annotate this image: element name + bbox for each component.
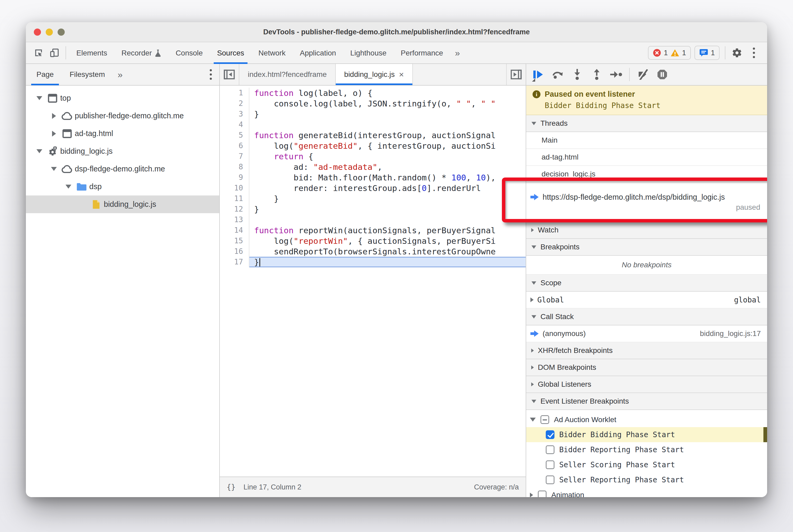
code-line-15[interactable]: 15 log("reportWin", { auctionSignals, pe… <box>220 235 526 246</box>
section-call-stack[interactable]: Call Stack <box>526 308 767 325</box>
line-number[interactable]: 9 <box>220 172 249 183</box>
tree-item-dsp[interactable]: dsp <box>26 178 219 195</box>
section-dom-breakpoints[interactable]: DOM Breakpoints <box>526 359 767 376</box>
line-number[interactable]: 3 <box>220 109 249 119</box>
tab-application[interactable]: Application <box>293 42 343 64</box>
tab-sources[interactable]: Sources <box>210 42 251 64</box>
tree-item-top[interactable]: top <box>26 89 219 107</box>
issues-badge[interactable]: 1 <box>695 46 720 60</box>
step-button[interactable] <box>606 65 626 84</box>
code-text[interactable]: ad: "ad-metadata", <box>249 162 526 172</box>
pretty-print-icon[interactable]: {} <box>227 483 235 492</box>
line-number[interactable]: 1 <box>220 88 249 98</box>
section-scope[interactable]: Scope <box>526 275 767 292</box>
thread-item-paused[interactable]: https://dsp-fledge-demo.glitch.me/dsp/bi… <box>526 183 767 222</box>
editor-tab-bidding-logic-js[interactable]: bidding_logic.js× <box>336 64 413 85</box>
checkbox-checked[interactable] <box>546 430 554 439</box>
call-stack-frame-row[interactable]: (anonymous) bidding_logic.js:17 <box>526 325 767 342</box>
collapse-triangle-icon[interactable] <box>530 418 536 422</box>
line-number[interactable]: 11 <box>220 193 249 204</box>
resume-script-button[interactable] <box>528 65 548 84</box>
code-text[interactable]: } <box>249 204 526 214</box>
expand-triangle-icon[interactable] <box>52 113 56 119</box>
code-text[interactable]: bid: Math.floor(Math.random() * 100, 10)… <box>249 172 526 183</box>
tab-console[interactable]: Console <box>169 42 210 64</box>
listener-item-seller-reporting-phase-start[interactable]: Seller Reporting Phase Start <box>526 472 767 487</box>
code-text[interactable] <box>249 214 526 225</box>
tab-elements[interactable]: Elements <box>69 42 114 64</box>
collapse-triangle-icon[interactable] <box>36 96 42 100</box>
hide-navigator-icon[interactable] <box>220 64 239 85</box>
code-text[interactable]: } <box>249 109 526 119</box>
show-debugger-sidebar-icon[interactable] <box>506 64 526 85</box>
errors-warnings-badge[interactable]: 1 1 <box>648 46 691 60</box>
collapse-triangle-icon[interactable] <box>65 185 71 189</box>
listener-item-ad-auction-worklet[interactable]: Ad Auction Worklet <box>526 412 767 427</box>
line-number[interactable]: 5 <box>220 130 249 140</box>
checkbox-unchecked[interactable] <box>546 475 554 484</box>
tree-item-bidding-logic-js[interactable]: bidding_logic.js <box>26 195 219 213</box>
code-line-12[interactable]: 12} <box>220 204 526 214</box>
code-text[interactable]: render: interestGroup.ads[0].renderUrl <box>249 183 526 193</box>
line-number[interactable]: 4 <box>220 119 249 130</box>
code-text[interactable]: log("reportWin", { auctionSignals, perBu… <box>249 235 526 246</box>
code-line-10[interactable]: 10 render: interestGroup.ads[0].renderUr… <box>220 183 526 193</box>
expand-triangle-icon[interactable] <box>52 131 56 137</box>
code-line-7[interactable]: 7 return { <box>220 151 526 162</box>
deactivate-breakpoints-button[interactable] <box>633 65 653 84</box>
section-watch[interactable]: Watch <box>526 222 767 239</box>
line-number[interactable]: 14 <box>220 225 249 235</box>
more-panels-chevron-icon[interactable]: » <box>450 48 465 58</box>
frame-location[interactable]: bidding_logic.js:17 <box>700 329 761 338</box>
step-out-button[interactable] <box>587 65 606 84</box>
code-text[interactable]: console.log(label, JSON.stringify(o, " "… <box>249 98 526 109</box>
code-line-17[interactable]: 17} <box>220 257 526 267</box>
line-number[interactable]: 8 <box>220 162 249 172</box>
line-number[interactable]: 2 <box>220 98 249 109</box>
tab-lighthouse[interactable]: Lighthouse <box>343 42 394 64</box>
code-text[interactable]: function reportWin(auctionSignals, perBu… <box>249 225 526 235</box>
navigator-kebab-menu-icon[interactable] <box>202 69 219 80</box>
section-xhr-breakpoints[interactable]: XHR/fetch Breakpoints <box>526 342 767 359</box>
code-line-6[interactable]: 6 log("generateBid", { interestGroup, au… <box>220 140 526 151</box>
code-line-16[interactable]: 16 sendReportTo(browserSignals.interestG… <box>220 246 526 257</box>
devtools-kebab-menu-icon[interactable] <box>745 48 762 58</box>
tree-item-ad-tag-html[interactable]: ad-tag.html <box>26 125 219 142</box>
close-window-button[interactable] <box>34 28 41 36</box>
tree-item-bidding-logic-js[interactable]: bidding_logic.js <box>26 142 219 160</box>
editor-tab-index-html-fencedframe[interactable]: index.html?fencedframe <box>239 64 336 85</box>
line-number[interactable]: 7 <box>220 151 249 162</box>
inspect-element-icon[interactable] <box>31 45 46 61</box>
section-global-listeners[interactable]: Global Listeners <box>526 376 767 393</box>
tab-performance[interactable]: Performance <box>394 42 450 64</box>
pause-on-exceptions-button[interactable] <box>653 65 672 84</box>
code-editor[interactable]: 1function log(label, o) {2 console.log(l… <box>220 86 526 477</box>
collapse-triangle-icon[interactable] <box>51 167 57 171</box>
code-text[interactable] <box>249 119 526 130</box>
code-text[interactable]: function generateBid(interestGroup, auct… <box>249 130 526 140</box>
checkbox-unchecked[interactable] <box>538 491 547 497</box>
listener-item-animation[interactable]: Animation <box>526 487 767 497</box>
line-number[interactable]: 13 <box>220 214 249 225</box>
code-line-5[interactable]: 5function generateBid(interestGroup, auc… <box>220 130 526 140</box>
line-number[interactable]: 17 <box>220 257 249 267</box>
line-number[interactable]: 6 <box>220 140 249 151</box>
zoom-window-button[interactable] <box>58 28 65 36</box>
device-toolbar-icon[interactable] <box>46 45 62 61</box>
code-line-2[interactable]: 2 console.log(label, JSON.stringify(o, "… <box>220 98 526 109</box>
code-line-13[interactable]: 13 <box>220 214 526 225</box>
code-text[interactable]: } <box>249 193 526 204</box>
tab-filesystem[interactable]: Filesystem <box>61 64 113 85</box>
code-text[interactable]: sendReportTo(browserSignals.interestGrou… <box>249 246 526 257</box>
code-line-11[interactable]: 11 } <box>220 193 526 204</box>
section-threads[interactable]: Threads <box>526 115 767 132</box>
code-line-1[interactable]: 1function log(label, o) { <box>220 88 526 98</box>
line-number[interactable]: 15 <box>220 235 249 246</box>
scope-global-row[interactable]: Global global <box>526 292 767 308</box>
thread-item-ad-tag-html[interactable]: ad-tag.html <box>526 149 767 166</box>
code-text[interactable]: } <box>249 257 526 267</box>
listener-item-seller-scoring-phase-start[interactable]: Seller Scoring Phase Start <box>526 457 767 472</box>
thread-item-decision-logic-js[interactable]: decision_logic.js <box>526 166 767 183</box>
line-number[interactable]: 10 <box>220 183 249 193</box>
tab-page[interactable]: Page <box>29 64 61 85</box>
